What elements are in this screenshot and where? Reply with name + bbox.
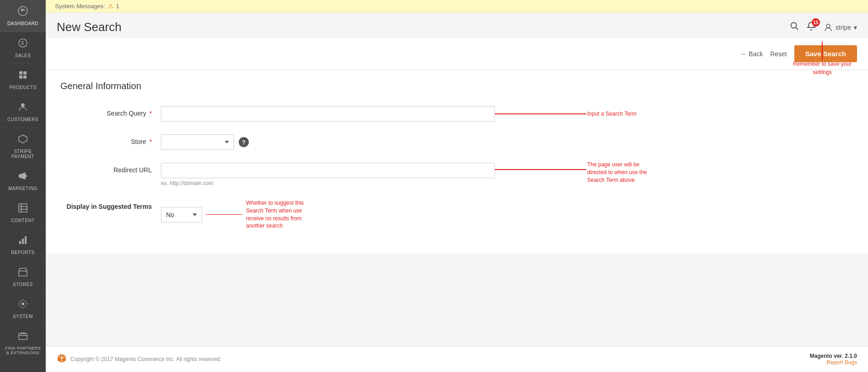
save-annotation-text: Remember to save your settings	[786, 60, 859, 76]
sidebar-item-find-partners[interactable]: FIND PARTNERS & EXTENSIONS	[0, 325, 46, 361]
system-messages-text: System Messages:	[55, 3, 105, 10]
svg-point-22	[791, 23, 796, 28]
svg-rect-19	[19, 334, 27, 340]
svg-rect-21	[23, 332, 25, 334]
footer-version: Magento ver. 2.1.0	[810, 353, 857, 359]
store-row: Store * Main Store ?	[60, 134, 853, 150]
store-control: Main Store ?	[161, 134, 853, 150]
reset-button[interactable]: Reset	[770, 50, 787, 58]
svg-rect-6	[23, 75, 27, 79]
notification-badge: 15	[812, 18, 820, 27]
system-messages-bar: System Messages: ⚠ 1	[46, 0, 868, 13]
sidebar: DASHBOARD $ SALES PRODUCTS CUSTOMERS STR…	[0, 0, 46, 372]
sidebar-item-customers[interactable]: CUSTOMERS	[0, 96, 46, 128]
svg-rect-10	[19, 204, 27, 212]
store-select[interactable]: Main Store	[161, 134, 234, 150]
redirect-url-control: ex. http://domain.com The page user will…	[161, 163, 853, 186]
user-name: stripe	[836, 24, 851, 31]
content-wrapper: ← Back Reset Save Search General Informa…	[46, 38, 868, 254]
display-suggested-label: Display in Suggested Terms	[60, 199, 161, 210]
reports-icon	[17, 234, 28, 248]
header-actions: 15 stripe ▾	[790, 21, 857, 33]
store-label: Store *	[60, 134, 161, 145]
back-button[interactable]: ← Back	[740, 50, 763, 58]
sidebar-item-label-sales: SALES	[15, 53, 31, 58]
display-suggested-select[interactable]: No Yes	[161, 207, 202, 223]
sidebar-item-label-system: SYSTEM	[13, 314, 33, 319]
magento-logo	[57, 353, 67, 366]
sidebar-item-label-customers: CUSTOMERS	[7, 117, 38, 122]
stripe-payment-icon	[17, 133, 28, 147]
toolbar: ← Back Reset Save Search	[46, 38, 868, 70]
redirect-url-row: Redirect URL ex. http://domain.com The p…	[60, 163, 853, 186]
redirect-url-hint: ex. http://domain.com	[161, 180, 853, 186]
svg-point-7	[21, 103, 25, 107]
svg-line-23	[796, 27, 798, 30]
svg-point-18	[21, 303, 24, 305]
svg-point-24	[826, 24, 830, 28]
redirect-url-input[interactable]	[161, 163, 495, 178]
system-messages-count: 1	[116, 3, 119, 10]
svg-rect-5	[19, 75, 22, 79]
display-suggested-annotation-line	[206, 214, 242, 215]
svg-rect-20	[21, 332, 22, 334]
report-bugs-link[interactable]: Report Bugs	[826, 359, 857, 366]
sidebar-item-label-marketing: MARKETING	[8, 186, 38, 191]
sidebar-item-content[interactable]: CONTENT	[0, 197, 46, 229]
svg-rect-16	[25, 236, 27, 244]
store-help-icon[interactable]: ?	[239, 137, 249, 147]
sidebar-item-dashboard[interactable]: DASHBOARD	[0, 0, 46, 32]
sidebar-item-stripe-payment[interactable]: STRIPE PAYMENT	[0, 128, 46, 165]
search-query-input[interactable]	[161, 106, 495, 122]
sidebar-item-stores[interactable]: STORES	[0, 261, 46, 293]
sidebar-item-products[interactable]: PRODUCTS	[0, 64, 46, 96]
redirect-url-annotation-text: The page user will be directed to when u…	[587, 161, 651, 184]
svg-rect-17	[19, 271, 27, 276]
svg-rect-3	[19, 71, 22, 74]
dashboard-icon	[17, 5, 28, 19]
sidebar-item-label-reports: REPORTS	[11, 250, 35, 255]
search-query-row: Search Query * Input a Search Term	[60, 106, 853, 122]
redirect-url-label: Redirect URL	[60, 163, 161, 174]
search-query-annotation-line	[495, 113, 586, 114]
back-arrow-icon: ←	[740, 50, 747, 58]
store-select-wrap: Main Store ?	[161, 134, 853, 150]
svg-rect-9	[26, 175, 27, 177]
page-header: New Search 15 stripe ▾	[46, 13, 868, 38]
content-icon	[17, 202, 28, 216]
sidebar-item-label-stripe: STRIPE PAYMENT	[4, 149, 42, 159]
user-menu-button[interactable]: stripe ▾	[824, 23, 857, 32]
sidebar-item-label-dashboard: DASHBOARD	[7, 21, 38, 26]
store-required-star: *	[150, 138, 152, 145]
display-suggested-control: No Yes Whether to suggest this Search Te…	[161, 199, 853, 230]
display-suggested-annotation-text: Whether to suggest this Search Term when…	[246, 199, 310, 230]
required-star: *	[150, 110, 152, 117]
sidebar-item-label-content: CONTENT	[11, 218, 35, 223]
footer-right: Magento ver. 2.1.0 Report Bugs	[810, 353, 857, 366]
stores-icon	[17, 266, 28, 280]
system-icon	[17, 298, 28, 312]
svg-rect-15	[22, 239, 24, 244]
display-suggested-row: Display in Suggested Terms No Yes Whethe…	[60, 199, 853, 230]
svg-text:$: $	[21, 40, 24, 46]
svg-rect-4	[23, 71, 27, 74]
search-query-control: Input a Search Term	[161, 106, 853, 122]
notification-button[interactable]: 15	[806, 21, 816, 33]
page-title: New Search	[57, 20, 122, 34]
sidebar-item-system[interactable]: SYSTEM	[0, 293, 46, 325]
user-chevron-icon: ▾	[854, 24, 857, 31]
sidebar-item-reports[interactable]: REPORTS	[0, 229, 46, 261]
save-annotation-container: Remember to save your settings	[786, 42, 859, 76]
header-search-button[interactable]	[790, 21, 799, 33]
sidebar-item-label-find-partners: FIND PARTNERS & EXTENSIONS	[4, 346, 42, 355]
footer: Copyright © 2017 Magento Commerce Inc. A…	[46, 346, 868, 372]
sidebar-item-marketing[interactable]: MARKETING	[0, 165, 46, 197]
sidebar-item-sales[interactable]: $ SALES	[0, 32, 46, 64]
sidebar-item-label-stores: STORES	[13, 282, 33, 287]
footer-copyright: Copyright © 2017 Magento Commerce Inc. A…	[70, 356, 221, 362]
warning-icon: ⚠	[108, 3, 113, 10]
save-annotation-vertical-line	[822, 42, 823, 60]
footer-left: Copyright © 2017 Magento Commerce Inc. A…	[57, 353, 221, 366]
customers-icon	[17, 101, 28, 115]
search-query-label: Search Query *	[60, 106, 161, 117]
